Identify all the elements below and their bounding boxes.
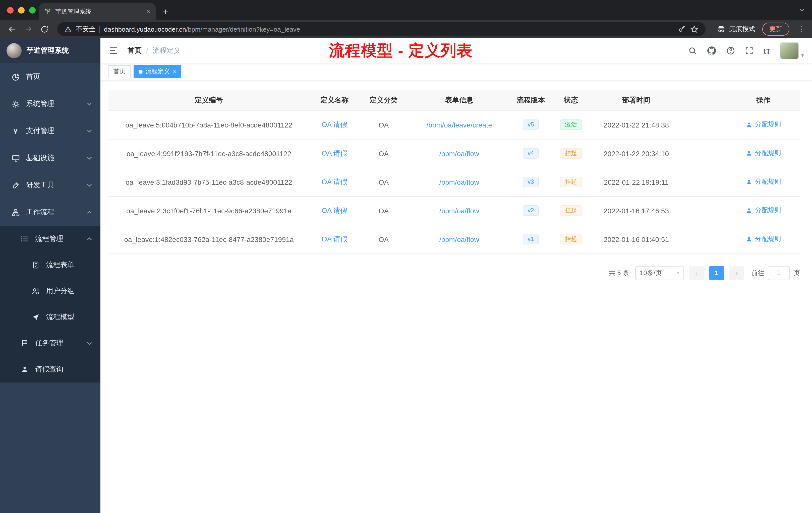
definition-name-link[interactable]: OA 请假	[322, 120, 348, 128]
cell-deployed: 2022-01-16 17:46:53	[591, 196, 682, 225]
user-icon	[746, 121, 753, 128]
address-bar[interactable]: 不安全 dashboard.yudao.iocoder.cn/bpm/manag…	[57, 22, 705, 36]
tag-label: 首页	[114, 67, 125, 76]
assign-rule-link[interactable]: 分配规则	[746, 206, 781, 215]
sidebar-item-process-model[interactable]: 流程模型	[0, 304, 100, 330]
users-icon	[31, 287, 40, 295]
sidebar-item-payment[interactable]: ¥ 支付管理	[0, 117, 100, 145]
sidebar: 芋道管理系统 首页 系统管理 ¥ 支付管理	[0, 38, 100, 513]
sidebar-item-leave-query[interactable]: 请假查询	[0, 356, 100, 383]
sidebar-item-task-management[interactable]: 任务管理	[0, 330, 100, 356]
bookmark-star-icon[interactable]	[690, 25, 698, 33]
new-tab-button[interactable]: +	[163, 7, 168, 17]
form-link[interactable]: /bpm/oa/flow	[439, 235, 479, 243]
tab-close-icon[interactable]: ×	[147, 7, 151, 16]
table-row: oa_leave:2:3c1f0ef1-76b1-11ec-9c66-a2380…	[109, 196, 800, 225]
favicon-icon	[44, 8, 51, 15]
pagination: 共 5 条 10条/页 ▾ ‹ 1 › 前往 页	[109, 266, 800, 280]
sidebar-item-workflow[interactable]: 工作流程	[0, 199, 100, 226]
incognito-icon	[717, 25, 726, 34]
update-button[interactable]: 更新	[762, 23, 789, 36]
cell-category: OA	[359, 225, 408, 253]
form-link[interactable]: /bpm/oa/flow	[439, 178, 479, 186]
sidebar-item-home[interactable]: 首页	[0, 63, 100, 90]
sidebar-item-devtools[interactable]: 研发工具	[0, 172, 100, 199]
status-badge: 挂起	[560, 148, 582, 159]
chevron-down-icon	[86, 101, 92, 107]
incognito-label: 无痕模式	[729, 25, 755, 34]
tag-process-definition[interactable]: 流程定义 ×	[134, 65, 181, 78]
back-button[interactable]	[5, 22, 19, 36]
assign-rule-link[interactable]: 分配规则	[746, 120, 781, 129]
window-zoom-button[interactable]	[29, 7, 36, 13]
page-number-1[interactable]: 1	[709, 266, 724, 280]
column-header-status: 状态	[551, 90, 591, 111]
sidebar-item-process-management[interactable]: 流程管理	[0, 226, 100, 252]
assign-rule-link[interactable]: 分配规则	[746, 177, 781, 186]
version-badge: v4	[522, 148, 539, 159]
sidebar-item-label: 请假查询	[35, 365, 92, 374]
table-row: oa_leave:3:1fad3d93-7b75-11ec-a3c8-acde4…	[109, 168, 800, 196]
goto-unit-label: 页	[793, 268, 800, 277]
browser-tab[interactable]: 芋道管理系统 ×	[39, 3, 156, 20]
url-path: /bpm/manager/definition?key=oa_leave	[186, 25, 300, 33]
forward-button[interactable]	[21, 22, 35, 36]
column-header-deployed: 部署时间	[591, 90, 682, 111]
sidebar-item-label: 工作流程	[26, 208, 80, 217]
cell-deployed: 2022-01-22 21:48:38	[591, 111, 682, 139]
flag-icon	[20, 339, 29, 348]
reload-button[interactable]	[37, 22, 51, 36]
definition-name-link[interactable]: OA 请假	[322, 149, 348, 157]
breadcrumb-home[interactable]: 首页	[127, 46, 142, 55]
definition-name-link[interactable]: OA 请假	[322, 206, 348, 214]
sidebar-item-label: 首页	[26, 72, 92, 81]
password-key-icon[interactable]	[678, 25, 686, 33]
sidebar-item-label: 基础设施	[26, 154, 80, 163]
prev-page-button[interactable]: ‹	[689, 266, 704, 280]
page-size-select[interactable]: 10条/页 ▾	[635, 266, 684, 280]
page-annotation: 流程模型 - 定义列表	[329, 40, 473, 61]
window-close-button[interactable]	[7, 7, 13, 13]
sidebar-item-user-group[interactable]: 用户分组	[0, 278, 100, 304]
assign-rule-link[interactable]: 分配规则	[746, 235, 781, 244]
pagination-goto: 前往 页	[751, 266, 800, 280]
window-minimize-button[interactable]	[18, 7, 25, 13]
cell-id: oa_leave:2:3c1f0ef1-76b1-11ec-9c66-a2380…	[109, 196, 309, 225]
cell-id: oa_leave:4:991f2193-7b7f-11ec-a3c8-acde4…	[109, 139, 309, 168]
table-row: oa_leave:1:482ec033-762a-11ec-8477-a2380…	[109, 225, 800, 253]
url-text[interactable]: dashboard.yudao.iocoder.cn/bpm/manager/d…	[104, 25, 300, 33]
page-root: 芋道管理系统 × + 不安全 dashboard.yudao.iocoder.c…	[0, 0, 812, 513]
omnibox-divider	[99, 25, 100, 33]
user-menu[interactable]: ▾	[780, 42, 804, 59]
avatar[interactable]	[780, 42, 799, 59]
browser-menu-icon[interactable]: ⋮	[795, 25, 807, 34]
form-link[interactable]: /bpm/oa/flow	[439, 149, 479, 157]
tag-home[interactable]: 首页	[109, 65, 130, 78]
definition-name-link[interactable]: OA 请假	[322, 177, 348, 185]
sidebar-item-system[interactable]: 系统管理	[0, 90, 100, 117]
column-header-name: 定义名称	[309, 90, 359, 111]
form-link[interactable]: /bpm/oa/flow	[439, 207, 479, 215]
form-link[interactable]: /bpm/oa/leave/create	[426, 121, 492, 129]
goto-label: 前往	[751, 268, 764, 277]
chevron-down-icon	[86, 155, 92, 161]
help-icon[interactable]	[726, 46, 735, 55]
sidebar-item-infrastructure[interactable]: 基础设施	[0, 145, 100, 172]
workflow-submenu: 流程管理 流程表单 用户分组	[0, 226, 100, 383]
next-page-button[interactable]: ›	[729, 266, 744, 280]
fullscreen-icon[interactable]	[745, 46, 754, 55]
font-size-icon[interactable]: tT	[763, 47, 771, 55]
assign-rule-link[interactable]: 分配规则	[746, 149, 781, 158]
tab-search-chevron-icon[interactable]	[799, 6, 805, 15]
not-secure-label[interactable]: 不安全	[76, 25, 95, 34]
github-icon[interactable]	[707, 46, 717, 56]
sidebar-item-process-form[interactable]: 流程表单	[0, 252, 100, 278]
goto-page-input[interactable]	[768, 266, 790, 280]
app-title: 芋道管理系统	[27, 46, 69, 55]
status-badge: 激活	[560, 119, 582, 130]
url-host: dashboard.yudao.iocoder.cn	[104, 25, 186, 33]
search-icon[interactable]	[688, 46, 697, 55]
hamburger-icon[interactable]	[109, 46, 118, 56]
definition-name-link[interactable]: OA 请假	[322, 235, 348, 243]
tag-close-icon[interactable]: ×	[173, 68, 176, 74]
